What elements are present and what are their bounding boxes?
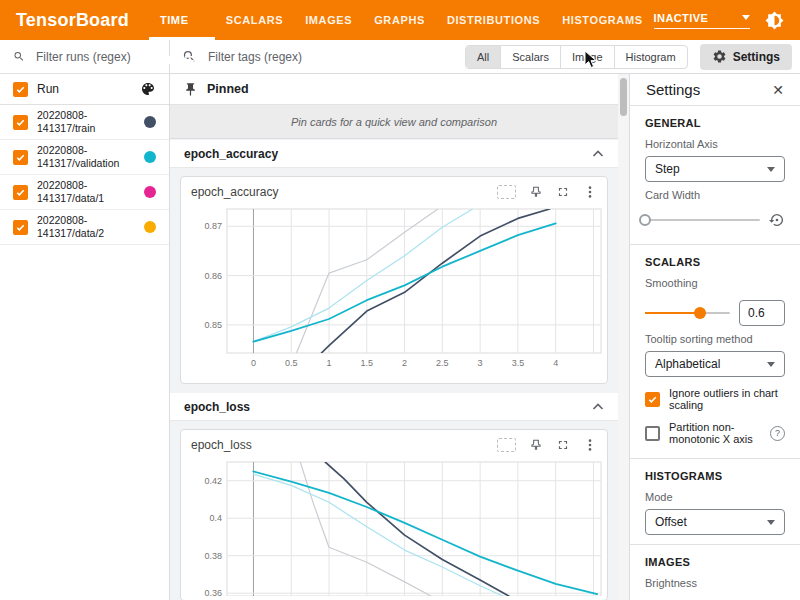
filter-image-button[interactable]: Image: [560, 46, 614, 68]
smoothing-value-input[interactable]: [739, 300, 785, 326]
settings-panel-title: Settings: [646, 81, 700, 98]
card-width-slider[interactable]: [645, 219, 760, 221]
run-color-dot: [144, 116, 156, 128]
settings-button[interactable]: Settings: [700, 44, 792, 70]
x-tick-label: 0.5: [285, 358, 298, 368]
section-header-epoch-accuracy[interactable]: epoch_accuracy: [170, 140, 618, 168]
x-tick-label: 2: [402, 358, 407, 368]
pin-outline-icon[interactable]: [529, 185, 543, 199]
data-selection-icon[interactable]: [497, 185, 516, 199]
card-header: epoch_accuracy: [181, 181, 607, 203]
more-options-icon[interactable]: [583, 438, 597, 452]
horizontal-axis-select[interactable]: Step: [645, 156, 785, 182]
ignore-outliers-checkbox[interactable]: [645, 392, 660, 407]
x-tick-label: 4: [553, 358, 558, 368]
x-tick-label: 2.5: [436, 358, 449, 368]
run-name: 20220808-141317/validation: [37, 144, 144, 170]
main-scrollbar[interactable]: [618, 75, 629, 600]
run-color-dot: [144, 186, 156, 198]
filter-all-button[interactable]: All: [466, 46, 500, 68]
runs-filter-input[interactable]: [34, 49, 156, 65]
run-color-dot: [144, 151, 156, 163]
section-heading: HISTOGRAMS: [645, 470, 785, 482]
settings-panel: Settings ✕ GENERAL Horizontal Axis Step …: [629, 74, 800, 600]
partition-x-checkbox[interactable]: [645, 426, 660, 441]
settings-section-general: GENERAL Horizontal Axis Step Card Width: [630, 106, 800, 245]
search-icon: [13, 49, 25, 64]
plugin-filter-group: All Scalars Image Histogram: [465, 45, 688, 69]
y-tick-label: 0.36: [204, 588, 222, 596]
epoch-accuracy-chart[interactable]: 00.511.522.533.540.850.860.87: [181, 203, 607, 379]
y-tick-label: 0.85: [204, 320, 222, 330]
filter-scalars-button[interactable]: Scalars: [500, 46, 560, 68]
chevron-down-icon: [742, 15, 750, 20]
more-options-icon[interactable]: [583, 185, 597, 199]
run-row-validation[interactable]: 20220808-141317/validation: [0, 140, 169, 175]
reload-status-value: INACTIVE: [654, 12, 709, 24]
scalar-card-epoch-loss: epoch_loss 0.420.40.380.36: [180, 429, 608, 600]
runs-sidebar: Run 20220808-141317/train 20220808-14131…: [0, 40, 170, 600]
horizontal-axis-label: Horizontal Axis: [645, 138, 785, 150]
tags-filter-input[interactable]: [206, 49, 410, 65]
reset-icon[interactable]: [769, 212, 785, 228]
reload-status-select[interactable]: INACTIVE: [654, 12, 750, 29]
card-actions: [497, 438, 597, 452]
tab-distributions[interactable]: DISTRIBUTIONS: [436, 0, 551, 40]
tab-graphs[interactable]: GRAPHS: [363, 0, 436, 40]
smoothing-slider[interactable]: [645, 312, 730, 314]
select-all-runs-checkbox[interactable]: [13, 82, 28, 97]
run-color-dot: [144, 221, 156, 233]
epoch-loss-chart[interactable]: 0.420.40.380.36: [181, 456, 607, 596]
run-checkbox[interactable]: [13, 220, 28, 235]
filter-histogram-button[interactable]: Histogram: [614, 46, 687, 68]
run-row-train[interactable]: 20220808-141317/train: [0, 105, 169, 140]
tooltip-sorting-label: Tooltip sorting method: [645, 333, 785, 345]
scrollbar-thumb[interactable]: [620, 78, 627, 116]
chevron-down-icon: [767, 520, 775, 525]
settings-section-histograms: HISTOGRAMS Mode Offset: [630, 459, 800, 545]
tensorboard-app: TensorBoard TIME SERIES SCALARS IMAGES G…: [0, 0, 800, 600]
run-checkbox[interactable]: [13, 115, 28, 130]
card-width-row: [645, 212, 785, 228]
pinned-label: Pinned: [207, 82, 249, 96]
top-app-bar: TensorBoard TIME SERIES SCALARS IMAGES G…: [0, 0, 800, 40]
chevron-up-icon[interactable]: [592, 149, 604, 158]
partition-x-label: Partition non-monotonic X axis: [669, 421, 761, 445]
tab-time-series[interactable]: TIME SERIES: [149, 0, 215, 40]
histogram-mode-select[interactable]: Offset: [645, 509, 785, 535]
horizontal-axis-value: Step: [655, 162, 680, 176]
partition-x-row[interactable]: Partition non-monotonic X axis ?: [645, 421, 785, 445]
tab-scalars[interactable]: SCALARS: [215, 0, 294, 40]
close-icon[interactable]: ✕: [772, 82, 784, 98]
brightness-icon: [765, 11, 784, 30]
tab-histograms[interactable]: HISTOGRAMS: [551, 0, 653, 40]
run-row-data-2[interactable]: 20220808-141317/data/2: [0, 210, 169, 245]
card-title: epoch_accuracy: [191, 185, 278, 199]
palette-icon[interactable]: [140, 81, 156, 97]
tab-images[interactable]: IMAGES: [294, 0, 363, 40]
ignore-outliers-row[interactable]: Ignore outliers in chart scaling: [645, 387, 785, 411]
data-selection-icon[interactable]: [497, 438, 516, 452]
tooltip-sorting-select[interactable]: Alphabetical: [645, 351, 785, 377]
fullscreen-icon[interactable]: [556, 438, 570, 452]
help-icon[interactable]: ?: [770, 426, 785, 441]
run-name: 20220808-141317/data/1: [37, 179, 144, 205]
chevron-up-icon[interactable]: [592, 402, 604, 411]
run-row-data-1[interactable]: 20220808-141317/data/1: [0, 175, 169, 210]
tags-filter-row: [182, 49, 465, 65]
card-width-label: Card Width: [645, 189, 785, 201]
app-title: TensorBoard: [16, 10, 129, 31]
card-actions: [497, 185, 597, 199]
section-heading: GENERAL: [645, 117, 785, 129]
x-tick-label: 3.5: [512, 358, 525, 368]
run-checkbox[interactable]: [13, 150, 28, 165]
fullscreen-icon[interactable]: [556, 185, 570, 199]
x-tick-label: 1.5: [361, 358, 374, 368]
run-checkbox[interactable]: [13, 185, 28, 200]
x-tick-label: 0: [251, 358, 256, 368]
dark-mode-toggle-button[interactable]: [765, 11, 784, 30]
section-header-epoch-loss[interactable]: epoch_loss: [170, 393, 618, 421]
runs-header-row: Run: [0, 74, 169, 105]
chevron-down-icon: [767, 167, 775, 172]
pin-outline-icon[interactable]: [529, 438, 543, 452]
